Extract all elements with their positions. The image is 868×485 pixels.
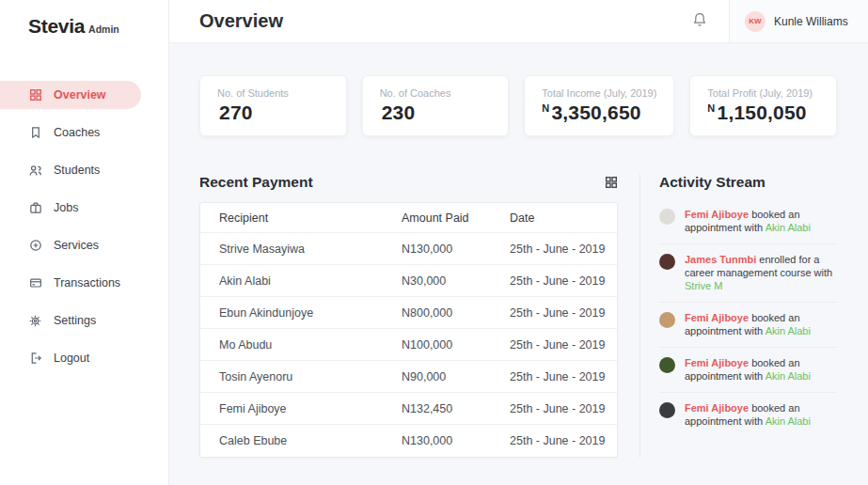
activity-avatar	[659, 402, 675, 418]
sidebar-item-label: Services	[54, 239, 99, 252]
column-header-amount: Amount Paid	[402, 211, 510, 225]
activity-actor: Femi Ajiboye	[685, 357, 749, 368]
cell-recipient: Mo Abudu	[200, 338, 402, 352]
stat-value: N1,150,050	[707, 102, 819, 124]
stat-label: Total Income (July, 2019)	[542, 87, 656, 99]
brand-name: Stevia	[28, 15, 85, 38]
activity-item: Femi Ajiboye booked an appointment with …	[659, 393, 837, 437]
stat-card: Total Income (July, 2019) N3,350,650	[524, 75, 674, 136]
sidebar-item-students[interactable]: Students	[0, 156, 168, 184]
activity-avatar	[659, 357, 675, 373]
table-header-row: Recipient Amount Paid Date	[200, 203, 617, 233]
activity-item: James Tunmbi enrolled for a career manag…	[659, 244, 837, 303]
activity-text: Femi Ajiboye booked an appointment with …	[685, 401, 837, 428]
activity-avatar	[659, 209, 675, 225]
sidebar-item-label: Students	[54, 164, 100, 177]
cell-amount: N90,000	[402, 370, 510, 383]
stat-card: Total Profit (July, 2019) N1,150,050	[689, 75, 837, 136]
table-row: Mo Abudu N100,000 25th - June - 2019	[200, 329, 617, 361]
card-icon	[28, 276, 42, 290]
activity-list: Femi Ajiboye booked an appointment with …	[659, 199, 837, 437]
logout-icon	[28, 352, 42, 366]
recent-payment-section: Recent Payment Recipient Amount Paid Dat…	[199, 174, 618, 458]
cell-date: 25th - June - 2019	[510, 338, 617, 352]
sidebar-item-label: Jobs	[54, 201, 78, 214]
cell-recipient: Femi Ajiboye	[200, 402, 402, 415]
column-header-recipient: Recipient	[200, 211, 402, 225]
sidebar-item-label: Overview	[54, 88, 106, 102]
sidebar-item-overview[interactable]: Overview	[0, 81, 141, 109]
cell-amount: N132,450	[402, 402, 510, 415]
activity-avatar	[659, 312, 675, 328]
activity-item: Femi Ajiboye booked an appointment with …	[659, 199, 837, 244]
activity-actor: Femi Ajiboye	[685, 209, 749, 220]
activity-target: Akin Alabi	[765, 325, 811, 336]
sidebar: Stevia Admin Overview Coaches Students	[0, 0, 169, 485]
briefcase-icon	[28, 201, 42, 215]
stat-number: 1,150,050	[718, 102, 807, 123]
activity-text: Femi Ajiboye booked an appointment with …	[685, 311, 837, 337]
stat-number: 3,350,650	[551, 102, 640, 123]
cell-amount: N130,000	[402, 242, 510, 256]
user-menu[interactable]: KW Kunle Williams	[729, 0, 868, 42]
cell-amount: N100,000	[402, 338, 510, 352]
sidebar-item-label: Coaches	[54, 126, 100, 139]
sidebar-item-transactions[interactable]: Transactions	[0, 269, 168, 297]
table-row: Tosin Ayenoru N90,000 25th - June - 2019	[200, 361, 617, 393]
activity-target: Akin Alabi	[765, 415, 811, 427]
lower-sections: Recent Payment Recipient Amount Paid Dat…	[199, 174, 837, 458]
cell-amount: N130,000	[402, 434, 510, 447]
grid-view-button[interactable]	[605, 176, 618, 189]
page-title: Overview	[169, 0, 671, 42]
people-icon	[28, 164, 42, 178]
app-window: Stevia Admin Overview Coaches Students	[0, 0, 868, 485]
activity-stream-title: Activity Stream	[659, 174, 837, 191]
cell-amount: N30,000	[402, 274, 510, 288]
grid-icon	[28, 88, 42, 102]
activity-actor: James Tunmbi	[685, 254, 756, 265]
stat-value: 230	[380, 102, 492, 124]
activity-actor: Femi Ajiboye	[685, 402, 749, 414]
currency-symbol: N	[542, 102, 549, 114]
activity-text: Femi Ajiboye booked an appointment with …	[685, 356, 837, 383]
recent-payment-header: Recent Payment	[199, 174, 618, 191]
sidebar-item-coaches[interactable]: Coaches	[0, 118, 168, 147]
stat-card: No. of Students 270	[199, 75, 347, 136]
bell-icon	[691, 11, 708, 32]
stat-label: No. of Coaches	[380, 87, 492, 99]
activity-target: Akin Alabi	[765, 222, 811, 233]
table-row: Akin Alabi N30,000 25th - June - 2019	[200, 265, 617, 297]
stat-card: No. of Coaches 230	[362, 75, 510, 136]
brand-logo: Stevia Admin	[0, 0, 168, 38]
brand-suffix: Admin	[88, 23, 119, 35]
notifications-button[interactable]	[671, 0, 729, 42]
sidebar-item-services[interactable]: Services	[0, 231, 168, 259]
sidebar-item-logout[interactable]: Logout	[0, 344, 168, 372]
stat-value: 270	[217, 102, 329, 124]
activity-stream-section: Activity Stream Femi Ajiboye booked an a…	[639, 174, 837, 458]
content: No. of Students 270 No. of Coaches 230 T…	[169, 43, 868, 485]
plus-circle-icon	[28, 239, 42, 253]
recent-payment-title: Recent Payment	[199, 174, 313, 191]
cell-date: 25th - June - 2019	[510, 402, 617, 415]
cell-date: 25th - June - 2019	[510, 434, 617, 447]
currency-symbol: N	[707, 102, 715, 114]
sidebar-item-label: Logout	[54, 352, 89, 365]
activity-text: James Tunmbi enrolled for a career manag…	[685, 253, 837, 292]
sidebar-item-jobs[interactable]: Jobs	[0, 194, 168, 222]
activity-item: Femi Ajiboye booked an appointment with …	[659, 303, 837, 348]
sidebar-nav: Overview Coaches Students Jobs	[0, 81, 168, 372]
sidebar-item-settings[interactable]: Settings	[0, 306, 168, 335]
cell-date: 25th - June - 2019	[510, 274, 617, 288]
topbar: Overview KW Kunle Williams	[169, 0, 868, 43]
sidebar-item-label: Transactions	[54, 276, 120, 289]
cell-date: 25th - June - 2019	[510, 370, 617, 383]
main-column: Overview KW Kunle Williams No. of Studen…	[169, 0, 868, 485]
stat-number: 270	[219, 102, 253, 123]
activity-actor: Femi Ajiboye	[685, 312, 749, 323]
column-header-date: Date	[510, 211, 617, 225]
stat-number: 230	[382, 102, 416, 123]
cell-recipient: Tosin Ayenoru	[200, 370, 402, 383]
stat-cards: No. of Students 270 No. of Coaches 230 T…	[199, 75, 837, 136]
stat-label: No. of Students	[217, 87, 329, 99]
